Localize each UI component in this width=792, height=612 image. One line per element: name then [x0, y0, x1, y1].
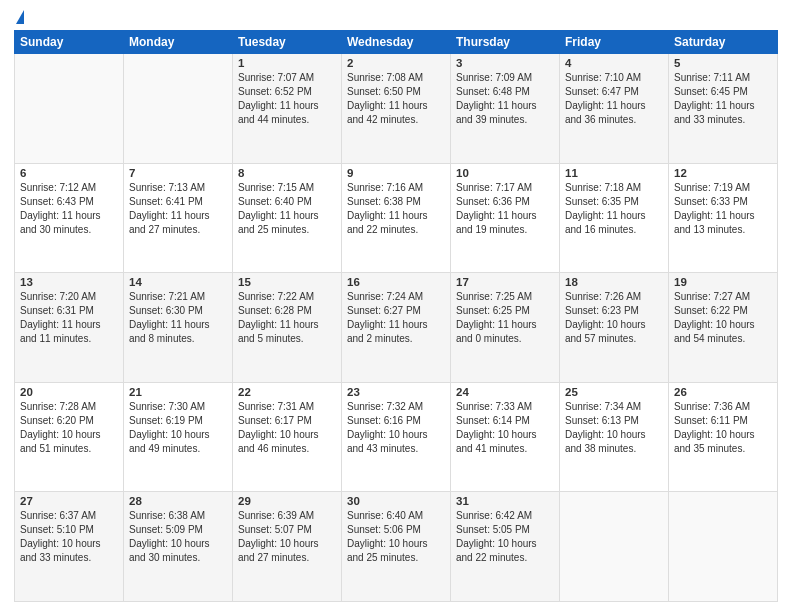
weekday-header: Saturday [669, 31, 778, 54]
weekday-header: Monday [124, 31, 233, 54]
calendar-week-row: 20Sunrise: 7:28 AM Sunset: 6:20 PM Dayli… [15, 382, 778, 492]
day-info: Sunrise: 7:19 AM Sunset: 6:33 PM Dayligh… [674, 181, 772, 237]
day-number: 9 [347, 167, 445, 179]
day-number: 22 [238, 386, 336, 398]
day-info: Sunrise: 6:38 AM Sunset: 5:09 PM Dayligh… [129, 509, 227, 565]
calendar-cell: 31Sunrise: 6:42 AM Sunset: 5:05 PM Dayli… [451, 492, 560, 602]
calendar-cell: 3Sunrise: 7:09 AM Sunset: 6:48 PM Daylig… [451, 54, 560, 164]
day-number: 25 [565, 386, 663, 398]
day-number: 10 [456, 167, 554, 179]
day-number: 5 [674, 57, 772, 69]
calendar-cell: 28Sunrise: 6:38 AM Sunset: 5:09 PM Dayli… [124, 492, 233, 602]
calendar-cell: 26Sunrise: 7:36 AM Sunset: 6:11 PM Dayli… [669, 382, 778, 492]
calendar-cell: 27Sunrise: 6:37 AM Sunset: 5:10 PM Dayli… [15, 492, 124, 602]
calendar-week-row: 27Sunrise: 6:37 AM Sunset: 5:10 PM Dayli… [15, 492, 778, 602]
day-info: Sunrise: 7:13 AM Sunset: 6:41 PM Dayligh… [129, 181, 227, 237]
page: SundayMondayTuesdayWednesdayThursdayFrid… [0, 0, 792, 612]
calendar-cell: 11Sunrise: 7:18 AM Sunset: 6:35 PM Dayli… [560, 163, 669, 273]
day-number: 2 [347, 57, 445, 69]
calendar-cell: 10Sunrise: 7:17 AM Sunset: 6:36 PM Dayli… [451, 163, 560, 273]
calendar-cell: 21Sunrise: 7:30 AM Sunset: 6:19 PM Dayli… [124, 382, 233, 492]
calendar-cell: 16Sunrise: 7:24 AM Sunset: 6:27 PM Dayli… [342, 273, 451, 383]
weekday-header: Sunday [15, 31, 124, 54]
day-info: Sunrise: 7:28 AM Sunset: 6:20 PM Dayligh… [20, 400, 118, 456]
day-info: Sunrise: 7:07 AM Sunset: 6:52 PM Dayligh… [238, 71, 336, 127]
calendar-cell: 17Sunrise: 7:25 AM Sunset: 6:25 PM Dayli… [451, 273, 560, 383]
calendar-cell: 20Sunrise: 7:28 AM Sunset: 6:20 PM Dayli… [15, 382, 124, 492]
day-number: 20 [20, 386, 118, 398]
day-number: 26 [674, 386, 772, 398]
day-info: Sunrise: 7:21 AM Sunset: 6:30 PM Dayligh… [129, 290, 227, 346]
day-info: Sunrise: 6:40 AM Sunset: 5:06 PM Dayligh… [347, 509, 445, 565]
calendar-cell: 18Sunrise: 7:26 AM Sunset: 6:23 PM Dayli… [560, 273, 669, 383]
calendar-cell: 9Sunrise: 7:16 AM Sunset: 6:38 PM Daylig… [342, 163, 451, 273]
day-info: Sunrise: 7:33 AM Sunset: 6:14 PM Dayligh… [456, 400, 554, 456]
weekday-header: Tuesday [233, 31, 342, 54]
day-info: Sunrise: 7:16 AM Sunset: 6:38 PM Dayligh… [347, 181, 445, 237]
day-number: 4 [565, 57, 663, 69]
day-info: Sunrise: 7:32 AM Sunset: 6:16 PM Dayligh… [347, 400, 445, 456]
calendar-week-row: 13Sunrise: 7:20 AM Sunset: 6:31 PM Dayli… [15, 273, 778, 383]
day-number: 21 [129, 386, 227, 398]
day-number: 29 [238, 495, 336, 507]
weekday-header: Wednesday [342, 31, 451, 54]
day-number: 19 [674, 276, 772, 288]
day-number: 14 [129, 276, 227, 288]
calendar-cell: 19Sunrise: 7:27 AM Sunset: 6:22 PM Dayli… [669, 273, 778, 383]
day-number: 1 [238, 57, 336, 69]
calendar-cell: 2Sunrise: 7:08 AM Sunset: 6:50 PM Daylig… [342, 54, 451, 164]
day-info: Sunrise: 6:42 AM Sunset: 5:05 PM Dayligh… [456, 509, 554, 565]
day-number: 31 [456, 495, 554, 507]
header [14, 10, 778, 24]
day-info: Sunrise: 7:31 AM Sunset: 6:17 PM Dayligh… [238, 400, 336, 456]
calendar-header-row: SundayMondayTuesdayWednesdayThursdayFrid… [15, 31, 778, 54]
day-number: 28 [129, 495, 227, 507]
day-info: Sunrise: 7:24 AM Sunset: 6:27 PM Dayligh… [347, 290, 445, 346]
logo-text [14, 14, 24, 24]
day-number: 12 [674, 167, 772, 179]
calendar-table: SundayMondayTuesdayWednesdayThursdayFrid… [14, 30, 778, 602]
day-number: 23 [347, 386, 445, 398]
calendar-cell [15, 54, 124, 164]
calendar-cell: 4Sunrise: 7:10 AM Sunset: 6:47 PM Daylig… [560, 54, 669, 164]
calendar-cell: 29Sunrise: 6:39 AM Sunset: 5:07 PM Dayli… [233, 492, 342, 602]
day-info: Sunrise: 7:20 AM Sunset: 6:31 PM Dayligh… [20, 290, 118, 346]
day-info: Sunrise: 7:17 AM Sunset: 6:36 PM Dayligh… [456, 181, 554, 237]
calendar-cell: 23Sunrise: 7:32 AM Sunset: 6:16 PM Dayli… [342, 382, 451, 492]
day-number: 30 [347, 495, 445, 507]
day-info: Sunrise: 7:34 AM Sunset: 6:13 PM Dayligh… [565, 400, 663, 456]
calendar-cell [560, 492, 669, 602]
day-number: 24 [456, 386, 554, 398]
calendar-cell: 30Sunrise: 6:40 AM Sunset: 5:06 PM Dayli… [342, 492, 451, 602]
day-info: Sunrise: 7:09 AM Sunset: 6:48 PM Dayligh… [456, 71, 554, 127]
calendar-cell: 24Sunrise: 7:33 AM Sunset: 6:14 PM Dayli… [451, 382, 560, 492]
calendar-cell: 7Sunrise: 7:13 AM Sunset: 6:41 PM Daylig… [124, 163, 233, 273]
weekday-header: Thursday [451, 31, 560, 54]
day-info: Sunrise: 6:37 AM Sunset: 5:10 PM Dayligh… [20, 509, 118, 565]
calendar-week-row: 1Sunrise: 7:07 AM Sunset: 6:52 PM Daylig… [15, 54, 778, 164]
day-info: Sunrise: 7:22 AM Sunset: 6:28 PM Dayligh… [238, 290, 336, 346]
calendar-cell: 14Sunrise: 7:21 AM Sunset: 6:30 PM Dayli… [124, 273, 233, 383]
day-info: Sunrise: 7:36 AM Sunset: 6:11 PM Dayligh… [674, 400, 772, 456]
weekday-header: Friday [560, 31, 669, 54]
day-info: Sunrise: 7:12 AM Sunset: 6:43 PM Dayligh… [20, 181, 118, 237]
day-info: Sunrise: 7:15 AM Sunset: 6:40 PM Dayligh… [238, 181, 336, 237]
calendar-cell: 13Sunrise: 7:20 AM Sunset: 6:31 PM Dayli… [15, 273, 124, 383]
day-number: 18 [565, 276, 663, 288]
day-info: Sunrise: 7:26 AM Sunset: 6:23 PM Dayligh… [565, 290, 663, 346]
day-number: 8 [238, 167, 336, 179]
day-number: 11 [565, 167, 663, 179]
calendar-cell [669, 492, 778, 602]
day-number: 3 [456, 57, 554, 69]
day-info: Sunrise: 7:30 AM Sunset: 6:19 PM Dayligh… [129, 400, 227, 456]
day-number: 16 [347, 276, 445, 288]
calendar-cell: 25Sunrise: 7:34 AM Sunset: 6:13 PM Dayli… [560, 382, 669, 492]
calendar-week-row: 6Sunrise: 7:12 AM Sunset: 6:43 PM Daylig… [15, 163, 778, 273]
day-info: Sunrise: 7:18 AM Sunset: 6:35 PM Dayligh… [565, 181, 663, 237]
day-number: 13 [20, 276, 118, 288]
day-info: Sunrise: 6:39 AM Sunset: 5:07 PM Dayligh… [238, 509, 336, 565]
day-info: Sunrise: 7:10 AM Sunset: 6:47 PM Dayligh… [565, 71, 663, 127]
calendar-cell: 15Sunrise: 7:22 AM Sunset: 6:28 PM Dayli… [233, 273, 342, 383]
day-info: Sunrise: 7:25 AM Sunset: 6:25 PM Dayligh… [456, 290, 554, 346]
day-number: 15 [238, 276, 336, 288]
